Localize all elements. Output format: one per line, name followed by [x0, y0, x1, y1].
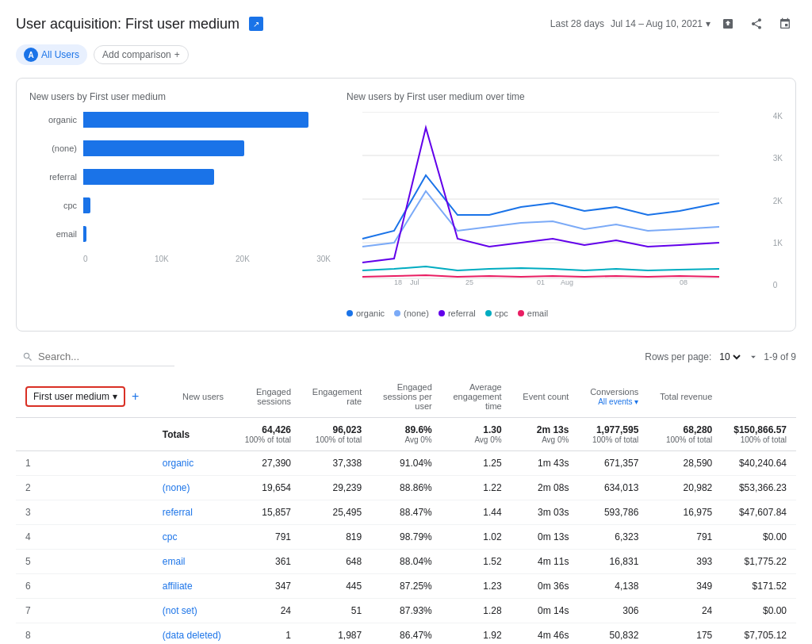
row-cell: 1m 43s	[511, 451, 579, 476]
bar-fill	[83, 112, 308, 128]
row-cell: 819	[301, 525, 371, 550]
row-dimension[interactable]: referral	[153, 500, 233, 525]
legend-dot	[347, 310, 353, 316]
totals-rank	[16, 418, 153, 451]
row-cell: $0.00	[722, 525, 796, 550]
legend-label: cpc	[495, 309, 508, 318]
totals-cell: 64,426100% of total	[233, 418, 301, 451]
pagination-label: 1-9 of 9	[764, 351, 796, 362]
row-cell: 349	[648, 574, 722, 599]
row-cell: 393	[648, 550, 722, 574]
totals-cell: 1.30Avg 0%	[442, 418, 511, 451]
totals-cell: 96,023100% of total	[301, 418, 371, 451]
add-comparison-button[interactable]: Add comparison +	[94, 45, 189, 64]
row-cell: 634,013	[578, 476, 648, 500]
table-row: 2 (none)19,65429,23988.86%1.222m 08s634,…	[16, 476, 796, 500]
row-cell: 791	[233, 525, 301, 550]
plus-icon: +	[174, 49, 180, 60]
chevron-down-icon	[748, 351, 759, 362]
row-cell: 1.22	[442, 476, 511, 500]
row-cell: 593,786	[578, 500, 648, 525]
row-cell: $7,705.12	[722, 623, 796, 645]
line-chart-section: New users by First user medium over time…	[347, 91, 783, 318]
row-rank: 2	[16, 476, 153, 500]
row-rank: 4	[16, 525, 153, 550]
legend-label: (none)	[404, 309, 429, 318]
bar-chart-title: New users by First user medium	[29, 91, 331, 102]
totals-cell: $150,866.57100% of total	[722, 418, 796, 451]
bar-label: referral	[29, 172, 77, 182]
export-icon	[722, 17, 734, 30]
col-engagement-rate: Engagementrate	[301, 376, 371, 418]
row-rank: 5	[16, 550, 153, 574]
bar-track	[83, 226, 331, 242]
search-input[interactable]	[38, 351, 149, 362]
share-button[interactable]	[745, 13, 768, 35]
bar-fill	[83, 169, 214, 185]
row-cell: $47,607.84	[722, 500, 796, 525]
bar-row: organic	[29, 112, 331, 128]
y-axis-labels: 4K 3K 2K 1K 0	[773, 112, 783, 302]
row-dimension[interactable]: (data deleted)	[153, 623, 233, 645]
row-cell: 0m 14s	[511, 599, 579, 623]
date-range-button[interactable]: Jul 14 – Aug 10, 2021 ▾	[611, 18, 710, 29]
row-cell: 91.04%	[371, 451, 442, 476]
row-dimension[interactable]: (none)	[153, 476, 233, 500]
data-table: First user medium ▾ + New users Engageds…	[16, 376, 796, 644]
rows-per-page-select[interactable]: 10 25 50	[716, 351, 743, 363]
page-container: User acquisition: First user medium ↗ La…	[0, 0, 812, 644]
legend-dot	[439, 310, 445, 316]
row-cell: 98.79%	[371, 525, 442, 550]
search-row: Rows per page: 10 25 50 1-9 of 9	[16, 344, 796, 370]
col-event-count: Event count	[511, 376, 579, 418]
table-row: 4 cpc79181998.79%1.020m 13s6,323791$0.00	[16, 525, 796, 550]
row-cell: 15,857	[233, 500, 301, 525]
bar-chart-section: New users by First user medium organic (…	[29, 91, 331, 318]
dimension-filter-button[interactable]: First user medium ▾	[25, 386, 125, 407]
row-cell: $0.00	[722, 599, 796, 623]
row-cell: 1.44	[442, 500, 511, 525]
col-total-revenue: Total revenue	[648, 376, 722, 418]
cpc-line	[362, 266, 719, 270]
row-cell: 29,239	[301, 476, 371, 500]
row-cell: 4m 11s	[511, 550, 579, 574]
col-avg-engagement: Averageengagementtime	[442, 376, 511, 418]
compare-button[interactable]	[774, 13, 796, 35]
add-dimension-button[interactable]: +	[132, 389, 139, 404]
legend-item: (none)	[394, 309, 429, 318]
row-cell: 648	[301, 550, 371, 574]
bar-label: email	[29, 229, 77, 239]
search-icon	[22, 351, 33, 362]
bar-label: (none)	[29, 144, 77, 153]
bar-label: cpc	[29, 201, 77, 210]
row-dimension[interactable]: (not set)	[153, 599, 233, 623]
svg-text:01: 01	[537, 278, 545, 286]
legend-dot	[518, 310, 524, 316]
legend-item: organic	[347, 309, 385, 318]
bar-row: cpc	[29, 197, 331, 213]
title-icon[interactable]: ↗	[249, 17, 263, 31]
export-button[interactable]	[717, 13, 739, 35]
row-dimension[interactable]: affiliate	[153, 574, 233, 599]
bar-track	[83, 197, 331, 213]
row-dimension[interactable]: cpc	[153, 525, 233, 550]
legend-label: organic	[356, 309, 385, 318]
all-users-button[interactable]: A All Users	[16, 44, 87, 65]
totals-cell: 89.6%Avg 0%	[371, 418, 442, 451]
conversions-dropdown[interactable]: All events ▾	[598, 397, 638, 406]
row-cell: 1.52	[442, 550, 511, 574]
row-dimension[interactable]: email	[153, 550, 233, 574]
avatar: A	[24, 48, 38, 62]
dropdown-arrow-icon: ▾	[113, 391, 117, 402]
row-cell: 1,987	[301, 623, 371, 645]
header-right: Last 28 days Jul 14 – Aug 10, 2021 ▾	[550, 13, 796, 35]
bar-label: organic	[29, 115, 77, 125]
row-cell: 16,831	[578, 550, 648, 574]
charts-panel: New users by First user medium organic (…	[16, 78, 796, 332]
bar-fill	[83, 197, 90, 213]
compare-icon	[779, 17, 791, 30]
totals-row: Totals64,426100% of total96,023100% of t…	[16, 418, 796, 451]
row-dimension[interactable]: organic	[153, 451, 233, 476]
header-row: User acquisition: First user medium ↗ La…	[16, 13, 796, 35]
row-cell: 1.02	[442, 525, 511, 550]
